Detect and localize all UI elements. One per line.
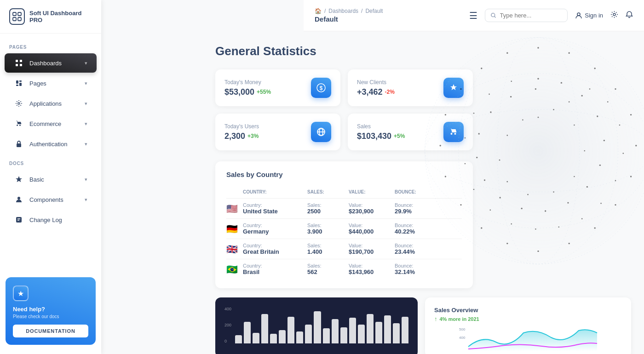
- table-row: 🇩🇪 Country: Germany Sales: 3.900 Value: …: [226, 219, 462, 239]
- svg-point-39: [481, 227, 482, 228]
- svg-point-61: [490, 111, 491, 113]
- value-val-3: $143,960: [349, 268, 395, 275]
- sales-val-0: 2500: [307, 208, 349, 215]
- svg-point-65: [574, 125, 575, 126]
- svg-point-68: [553, 191, 554, 193]
- svg-point-47: [537, 78, 539, 80]
- basic-icon: [14, 174, 24, 184]
- svg-point-60: [478, 133, 480, 134]
- svg-point-90: [473, 113, 475, 114]
- sales-label-1: Sales:: [307, 223, 349, 228]
- table-row: 🇧🇷 Country: Brasil Sales: 562 Value: $14…: [226, 259, 462, 279]
- brand: Soft UI Dashboard PRO: [0, 0, 101, 34]
- value-label-0: Value:: [349, 202, 395, 208]
- sidebar-item-dashboards[interactable]: Dashboards ▾: [5, 53, 97, 73]
- country-val-1: Germany: [243, 228, 307, 235]
- flag-gb: 🇬🇧: [226, 244, 243, 255]
- signin-label: Sign in: [585, 12, 603, 19]
- country-val-2: Great Britain: [243, 248, 307, 255]
- svg-point-75: [569, 101, 570, 103]
- breadcrumb-path: 🏠 / Dashboards / Default: [315, 8, 469, 14]
- sidebar-item-authentication[interactable]: Authentication ▾: [5, 134, 97, 154]
- svg-point-49: [581, 95, 583, 96]
- svg-point-14: [17, 197, 20, 200]
- country-label-2: Country:: [243, 243, 307, 248]
- bar: [279, 330, 286, 343]
- signin-button[interactable]: Sign in: [575, 12, 603, 19]
- svg-point-31: [630, 114, 632, 115]
- svg-point-66: [584, 150, 585, 152]
- bounce-val-1: 40.22%: [395, 228, 441, 235]
- sidebar-item-pages[interactable]: Pages ▾: [5, 74, 97, 93]
- svg-text:500: 500: [459, 327, 466, 331]
- documentation-button[interactable]: DOCUMENTATION: [13, 325, 88, 337]
- col-sales-header: Sales:: [307, 189, 349, 194]
- breadcrumb-default: Default: [365, 8, 383, 14]
- sales-label-3: Sales:: [307, 263, 349, 268]
- sales-val-3: 562: [307, 268, 349, 275]
- bar: [402, 317, 408, 343]
- svg-point-82: [581, 218, 583, 219]
- bounce-label-1: Bounce:: [395, 223, 441, 228]
- sales-val-1: 3.900: [307, 228, 349, 235]
- bar: [358, 325, 365, 343]
- sidebar-item-basic[interactable]: Basic ▾: [5, 170, 97, 189]
- sales-overview-title: Sales Overview: [434, 307, 622, 314]
- bounce-val-3: 32.14%: [395, 268, 441, 275]
- svg-point-36: [569, 243, 570, 244]
- sidebar-item-components[interactable]: Components ▾: [5, 190, 97, 209]
- svg-point-87: [473, 189, 475, 190]
- stat-card-money: Today's Money $53,000 +55% $: [215, 69, 340, 106]
- ecommerce-label: Ecommerce: [29, 120, 79, 127]
- svg-point-20: [577, 13, 580, 16]
- svg-point-92: [511, 80, 512, 82]
- stat-icon-sales: [443, 122, 464, 142]
- stat-change-users: +3%: [247, 133, 259, 139]
- menu-toggle-icon[interactable]: ☰: [469, 10, 477, 21]
- svg-point-83: [558, 226, 559, 228]
- svg-rect-1: [18, 12, 21, 16]
- svg-point-30: [615, 88, 616, 90]
- svg-point-48: [561, 82, 562, 83]
- stat-info-money: Today's Money $53,000 +55%: [224, 79, 271, 97]
- svg-point-56: [521, 208, 522, 209]
- topbar-right: Sign in: [485, 9, 633, 22]
- stat-label-money: Today's Money: [224, 79, 271, 86]
- sidebar-item-applications[interactable]: Applications ▾: [5, 94, 97, 113]
- breadcrumb-dashboards[interactable]: Dashboards: [328, 8, 358, 14]
- search-input[interactable]: [500, 12, 562, 19]
- stat-value-clients: +3,462: [357, 87, 383, 97]
- svg-rect-9: [16, 85, 18, 86]
- stat-value-sales: $103,430: [357, 131, 391, 141]
- bounce-label-2: Bounce:: [395, 243, 441, 248]
- svg-rect-7: [20, 64, 22, 66]
- svg-point-79: [622, 153, 624, 154]
- value-label-1: Value:: [349, 223, 395, 228]
- settings-icon[interactable]: [610, 11, 618, 20]
- stat-info-clients: New Clients +3,462 -2%: [357, 79, 395, 97]
- value-val-0: $230,900: [349, 208, 395, 215]
- sidebar: Soft UI Dashboard PRO PAGES Dashboards ▾: [0, 0, 101, 354]
- page-title: Default: [315, 15, 469, 23]
- stat-label-users: Today's Users: [224, 123, 259, 130]
- search-box: [485, 9, 568, 22]
- ecommerce-icon: [14, 119, 24, 129]
- svg-rect-4: [16, 60, 18, 62]
- country-val-3: Brasil: [243, 268, 307, 275]
- value-val-2: $190,700: [349, 248, 395, 255]
- svg-point-70: [506, 181, 508, 183]
- pages-label: Pages: [29, 80, 79, 87]
- stat-card-clients: New Clients +3,462 -2%: [348, 69, 473, 106]
- pages-icon: [14, 78, 24, 88]
- notifications-icon[interactable]: [626, 11, 633, 20]
- bar: [323, 328, 330, 343]
- bar: [367, 314, 374, 343]
- svg-point-18: [491, 13, 495, 17]
- bar: [235, 335, 242, 343]
- svg-point-45: [481, 68, 482, 69]
- sidebar-item-changelog[interactable]: Change Log: [5, 210, 97, 229]
- sidebar-item-ecommerce[interactable]: Ecommerce ▾: [5, 114, 97, 133]
- svg-rect-0: [13, 12, 16, 16]
- brand-icon: [9, 8, 25, 25]
- bounce-label-3: Bounce:: [395, 263, 441, 268]
